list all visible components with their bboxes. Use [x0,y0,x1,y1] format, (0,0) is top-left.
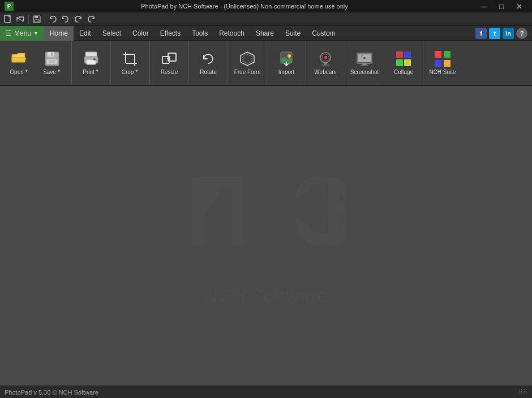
toolbar-separator-2 [45,15,45,24]
menubar-item-custom[interactable]: Custom [306,26,341,41]
save-label: Save [43,69,56,76]
svg-text:®: ® [333,178,339,187]
import-icon [277,50,295,68]
resize-button[interactable]: Resize [153,43,185,83]
svg-point-38 [363,57,366,59]
freeform-icon [238,50,256,68]
webcam-icon [316,50,334,68]
nch-suite-button[interactable]: NCH Suite [427,43,458,83]
svg-rect-32 [324,63,327,64]
menubar: ☰ Menu ▼ Home Edit Select Color Effects … [0,26,532,41]
facebook-icon[interactable]: f [475,28,487,39]
save-quick-button[interactable] [31,14,42,25]
rotate-label: Rotate [200,69,216,76]
menubar-item-tools[interactable]: Tools [186,26,213,41]
svg-rect-5 [35,20,39,22]
ribbon-group-print: Print ▼ [72,41,111,85]
titlebar: P PhotoPad by NCH Software - (Unlicensed… [0,0,532,12]
svg-point-31 [326,57,327,58]
menubar-item-color[interactable]: Color [127,26,155,41]
svg-rect-16 [126,54,135,63]
collage-button[interactable]: Collage [388,43,419,83]
rotate-icon [199,50,217,68]
svg-rect-14 [87,60,96,64]
menubar-item-retouch[interactable]: Retouch [213,26,250,41]
svg-rect-9 [51,53,53,56]
svg-rect-36 [362,63,367,65]
freeform-button[interactable]: Free Form [231,43,263,83]
menu-icon: ☰ [6,29,12,37]
svg-point-27 [288,54,291,58]
redo-button[interactable] [72,14,84,25]
undo-button[interactable] [48,14,59,25]
menubar-item-share[interactable]: Share [250,26,280,41]
save-icon [43,50,61,68]
open-button[interactable]: Open ▼ [3,43,35,83]
menu-arrow: ▼ [33,31,38,36]
social-icons: f t in ? [475,28,532,39]
ribbon: Open ▼ Save ▼ [0,41,532,86]
menubar-item-edit[interactable]: Edit [74,26,97,41]
svg-rect-33 [322,64,329,66]
svg-rect-50 [232,233,243,245]
svg-point-54 [293,192,324,224]
svg-rect-41 [396,59,403,66]
titlebar-left: P [5,2,14,11]
ribbon-group-crop: Crop ▼ [111,41,150,85]
crop-label: Crop [122,69,134,76]
status-right: ⠿⠿ [518,388,527,396]
help-icon[interactable]: ? [516,28,527,39]
print-button[interactable]: Print ▼ [75,43,107,83]
open-icon [10,50,28,68]
svg-point-15 [93,58,96,60]
new-button[interactable] [2,14,14,25]
svg-rect-39 [396,51,403,58]
crop-button[interactable]: Crop ▼ [114,43,146,83]
ribbon-group-nch-suite: NCH Suite [423,41,462,85]
svg-rect-4 [35,16,38,18]
save-button[interactable]: Save ▼ [36,43,68,83]
import-button[interactable]: Import [271,43,302,83]
svg-rect-44 [444,51,451,58]
collage-label: Collage [394,69,413,76]
menubar-item-suite[interactable]: Suite [280,26,306,41]
open-label: Open [10,69,23,76]
menu-toggle[interactable]: ☰ Menu ▼ [0,26,44,41]
svg-text:P: P [7,3,11,10]
screenshot-button[interactable]: Screenshot [349,43,380,83]
rotate-button[interactable]: Rotate [192,43,224,83]
menubar-item-effects[interactable]: Effects [155,26,186,41]
undo2-button[interactable] [60,14,71,25]
resize-icon [160,50,178,68]
print-arrow: ▼ [95,68,100,73]
window-title: PhotoPad by NCH Software - (Unlicensed) … [14,3,475,10]
minimize-button[interactable]: ─ [475,0,492,12]
webcam-button[interactable]: Webcam [310,43,341,83]
print-icon [82,50,100,68]
svg-rect-11 [49,60,55,63]
close-button[interactable]: ✕ [510,0,527,12]
menubar-item-select[interactable]: Select [97,26,127,41]
main-canvas: ® NCH Software [0,86,532,386]
redo2-button[interactable] [85,14,96,25]
svg-rect-45 [435,60,441,67]
maximize-button[interactable]: □ [493,0,510,12]
statusbar: PhotoPad v 5.30 © NCH Software ⠿⠿ [0,386,532,398]
crop-icon [121,50,139,68]
print-label: Print [83,69,95,76]
webcam-label: Webcam [314,69,336,76]
linkedin-icon[interactable]: in [503,28,514,39]
svg-rect-37 [361,65,368,66]
menu-label: Menu [14,29,31,37]
menubar-item-home[interactable]: Home [44,26,74,41]
save-arrow: ▼ [57,68,61,73]
svg-rect-40 [404,51,411,58]
svg-marker-25 [243,54,252,63]
svg-rect-42 [404,59,411,66]
open-quick-button[interactable] [15,14,26,25]
resize-label: Resize [161,69,178,76]
collage-icon [394,50,413,68]
twitter-icon[interactable]: t [489,28,500,39]
freeform-label: Free Form [234,69,261,76]
ribbon-group-open: Open ▼ Save ▼ [0,41,72,85]
